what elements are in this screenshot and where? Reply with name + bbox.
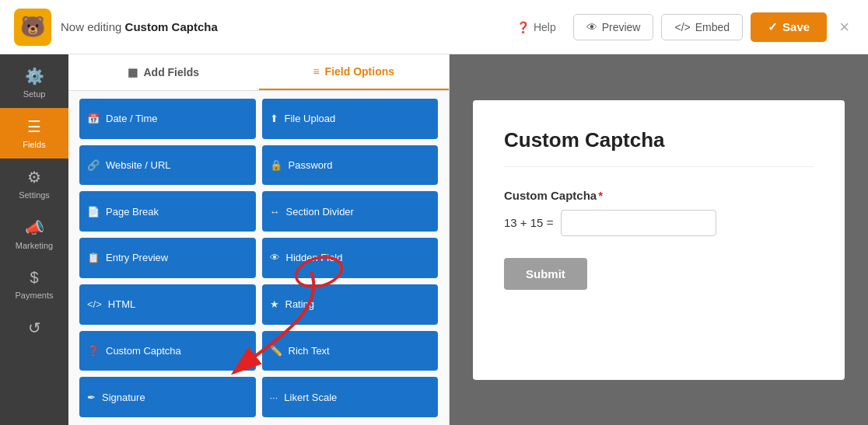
sidebar-item-marketing[interactable]: 📣 Marketing [0, 209, 68, 260]
form-title: Custom Captcha [504, 128, 814, 167]
sidebar-label-fields: Fields [23, 140, 45, 149]
custom-captcha-icon: ❓ [87, 345, 100, 357]
close-icon: × [839, 17, 849, 37]
html-icon: </> [87, 298, 102, 310]
file-upload-icon: ⬆ [270, 113, 278, 124]
tab-field-options[interactable]: ≡ Field Options [259, 54, 450, 90]
section-divider-icon: ↔ [270, 206, 280, 218]
embed-icon: </> [674, 21, 690, 33]
date-time-icon: 📅 [87, 113, 100, 124]
page-break-icon: 📄 [87, 206, 100, 218]
field-btn-website-url[interactable]: 🔗 Website / URL [79, 145, 256, 186]
field-btn-signature[interactable]: ✒ Signature [79, 377, 256, 417]
likert-scale-icon: ··· [270, 392, 278, 403]
sidebar-item-settings[interactable]: ⚙ Settings [0, 159, 68, 209]
website-url-icon: 🔗 [87, 159, 100, 171]
sidebar-item-payments[interactable]: $ Payments [0, 260, 68, 309]
fields-grid: 📅 Date / Time ⬆ File Upload 🔗 Website / … [68, 91, 449, 425]
field-btn-section-divider[interactable]: ↔ Section Divider [262, 191, 439, 232]
field-btn-file-upload[interactable]: ⬆ File Upload [262, 99, 439, 139]
field-btn-rating[interactable]: ★ Rating [262, 284, 439, 325]
signature-icon: ✒ [87, 392, 96, 403]
submit-button[interactable]: Submit [504, 258, 587, 290]
field-btn-likert-scale[interactable]: ··· Likert Scale [262, 377, 439, 417]
marketing-icon: 📣 [25, 218, 44, 237]
add-fields-icon: ▦ [128, 66, 138, 78]
fields-panel: ▦ Add Fields ≡ Field Options 📅 Date / Ti… [68, 54, 450, 425]
rating-icon: ★ [270, 298, 279, 310]
topbar-right: ❓ Help 👁 Preview </> Embed ✓ Save × [507, 12, 854, 42]
captcha-field-label: Custom Captcha* [504, 189, 814, 202]
preview-panel: Custom Captcha Custom Captcha* 13 + 15 =… [450, 54, 868, 425]
sidebar-label-payments: Payments [16, 291, 54, 300]
preview-icon: 👁 [586, 21, 597, 33]
captcha-input[interactable] [561, 210, 716, 236]
settings-icon: ⚙ [27, 168, 41, 186]
help-button[interactable]: ❓ Help [507, 15, 565, 40]
sidebar-item-fields[interactable]: ☰ Fields [0, 108, 68, 159]
setup-icon: ⚙️ [25, 67, 44, 85]
editing-label: Now editing Custom Captcha [61, 20, 218, 33]
sidebar-label-settings: Settings [19, 190, 50, 200]
form-name-label: Custom Captcha [125, 20, 218, 33]
topbar: 🐻 Now editing Custom Captcha ❓ Help 👁 Pr… [0, 0, 868, 54]
field-btn-date-time[interactable]: 📅 Date / Time [79, 99, 256, 139]
field-btn-page-break[interactable]: 📄 Page Break [79, 191, 256, 232]
sidebar-label-marketing: Marketing [16, 241, 53, 250]
field-btn-html[interactable]: </> HTML [79, 284, 256, 325]
sidebar-nav: ⚙️ Setup ☰ Fields ⚙ Settings 📣 Marketing… [0, 54, 68, 425]
payments-icon: $ [30, 269, 38, 287]
sidebar-item-revisions[interactable]: ↺ [0, 309, 68, 347]
logo: 🐻 [14, 9, 51, 46]
tab-add-fields[interactable]: ▦ Add Fields [68, 54, 259, 90]
main-layout: ⚙️ Setup ☰ Fields ⚙ Settings 📣 Marketing… [0, 54, 868, 425]
close-button[interactable]: × [835, 12, 854, 42]
field-options-icon: ≡ [313, 65, 319, 78]
field-btn-custom-captcha[interactable]: ❓ Custom Captcha [79, 331, 256, 371]
sidebar-item-setup[interactable]: ⚙️ Setup [0, 57, 68, 108]
captcha-expression: 13 + 15 = [504, 216, 553, 229]
password-icon: 🔒 [270, 159, 282, 171]
field-btn-rich-text[interactable]: ✏️ Rich Text [262, 331, 439, 371]
rich-text-icon: ✏️ [270, 345, 282, 357]
form-card: Custom Captcha Custom Captcha* 13 + 15 =… [473, 100, 845, 380]
help-icon: ❓ [516, 21, 530, 33]
field-btn-hidden-field[interactable]: 👁 Hidden Field [262, 238, 439, 278]
panel-tabs: ▦ Add Fields ≡ Field Options [68, 54, 449, 91]
sidebar-label-setup: Setup [23, 89, 46, 99]
revisions-icon: ↺ [28, 319, 41, 337]
save-button[interactable]: ✓ Save [751, 12, 827, 42]
hidden-field-icon: 👁 [270, 252, 280, 263]
checkmark-icon: ✓ [768, 20, 778, 34]
preview-button[interactable]: 👁 Preview [573, 14, 654, 40]
entry-preview-icon: 📋 [87, 252, 100, 263]
fields-icon: ☰ [27, 117, 41, 136]
embed-button[interactable]: </> Embed [661, 14, 743, 40]
captcha-row: 13 + 15 = [504, 210, 814, 236]
field-btn-entry-preview[interactable]: 📋 Entry Preview [79, 238, 256, 278]
required-indicator: * [598, 189, 603, 202]
field-btn-password[interactable]: 🔒 Password [262, 145, 439, 186]
topbar-left: 🐻 Now editing Custom Captcha [14, 9, 218, 46]
logo-bear-icon: 🐻 [20, 15, 45, 39]
